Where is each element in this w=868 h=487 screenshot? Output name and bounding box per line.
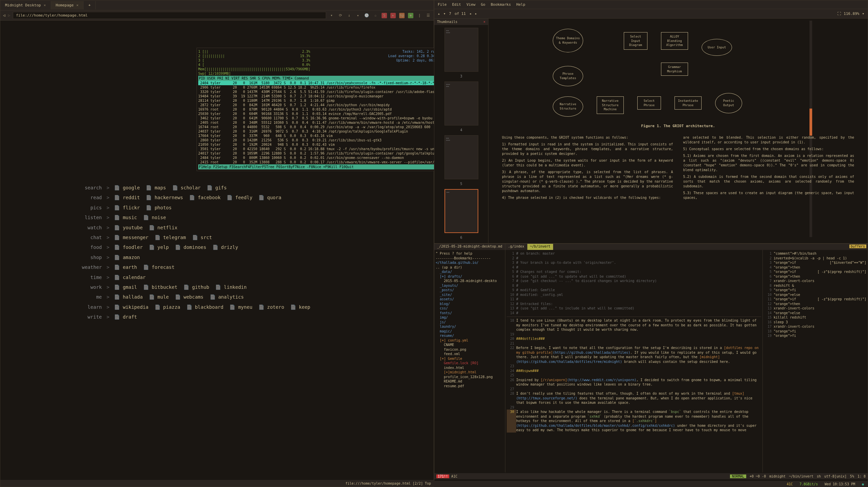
link-myneu[interactable]: myneu <box>229 302 252 312</box>
editor-line[interactable]: 23 <box>507 364 761 369</box>
link-noise[interactable]: noise <box>143 213 166 223</box>
vim-tab[interactable]: _/2015-05-28-midnight-desktop.md <box>434 244 505 250</box>
link-zotero[interactable]: zotero <box>258 302 284 312</box>
link-analytics[interactable]: analytics <box>210 292 244 302</box>
editor-line[interactable]: 29 <box>507 405 761 410</box>
link-srct[interactable]: srct <box>192 233 212 242</box>
back-icon[interactable]: ◁ <box>3 13 5 18</box>
tree-item[interactable]: laundry/ <box>436 324 504 329</box>
editor-line[interactable]: 18 "orange">fi <box>764 329 866 334</box>
editor-line[interactable]: 22Before I begin, I want to note that al… <box>507 346 761 364</box>
tree-item[interactable]: profile_icon_128x128.png <box>436 375 504 379</box>
ext-icon-red[interactable]: S <box>382 13 387 18</box>
link-google[interactable]: google <box>114 183 140 193</box>
link-hackernews[interactable]: hackernews <box>146 193 183 203</box>
zoom-dropdown-icon[interactable]: ▾ <box>862 11 864 16</box>
tab-homepage[interactable]: Homepage × <box>51 1 84 9</box>
link-calendar[interactable]: calendar <box>114 273 145 282</box>
editor-line[interactable]: 30I also like how hackable the whole man… <box>507 410 761 433</box>
tree-item[interactable]: resume/ <box>436 333 504 338</box>
tree-item[interactable]: CNAME <box>436 343 504 347</box>
vim-tab[interactable]: .g/index <box>505 244 527 250</box>
new-tab-button[interactable]: + <box>84 1 96 9</box>
link-mule[interactable]: mule <box>149 292 169 302</box>
editor-line[interactable]: 26Inspired by [/r/unixporn](http://www.r… <box>507 378 761 387</box>
history-icon[interactable]: 🕓 <box>364 13 369 18</box>
process-row[interactable]: 19484 tyler 39 19 1227M 214M 53300 S 0.7… <box>198 94 445 98</box>
link-reddit[interactable]: reddit <box>114 193 140 203</box>
editor-line[interactable]: 13 xrandr-invert-colors <box>764 306 866 311</box>
process-row[interactable]: 25030 tyler 20 0 604M 90168 33136 S 0.0 … <box>198 112 445 116</box>
tree-item[interactable]: [+] config.yml <box>436 338 504 343</box>
link-scholar[interactable]: scholar <box>172 183 201 193</box>
vim-buffer-right[interactable]: 1"comment">#!/bin/bash2inverted=$(xcalib… <box>763 250 868 472</box>
link-earth[interactable]: earth <box>114 262 137 272</box>
link-hallada[interactable]: hallada <box>114 292 142 302</box>
editor-line[interactable]: 28I don't really use the tiling features… <box>507 391 761 405</box>
editor-line[interactable]: 11 "orange">if [ -z "$(pgrep redshift)" … <box>764 297 866 302</box>
editor-line[interactable]: 1"comment">#!/bin/bash <box>764 251 866 256</box>
close-thumbnails-icon[interactable]: × <box>483 20 485 24</box>
link-gifs[interactable]: gifs <box>207 183 227 193</box>
link-photos[interactable]: photos <box>146 203 172 213</box>
page-number[interactable]: 7 <box>449 11 451 16</box>
link-maps[interactable]: maps <box>146 183 166 193</box>
zoom-level[interactable]: 116.89% <box>844 11 859 16</box>
download-icon[interactable]: ↓ <box>346 13 352 18</box>
link-foodler[interactable]: foodler <box>114 242 142 252</box>
tree-item[interactable]: Gemfile.lock [RO] <box>436 361 504 366</box>
pdf-page[interactable]: Theme Domains & Keywords Select Input Di… <box>488 19 868 243</box>
tree-item[interactable]: js/ <box>436 320 504 325</box>
link-music[interactable]: music <box>114 213 137 223</box>
link-telegram[interactable]: telegram <box>155 233 186 242</box>
nerdtree[interactable]: " Press ? for help ---------Bookmarks---… <box>434 250 505 472</box>
tree-item[interactable]: magic/ <box>436 329 504 334</box>
close-icon[interactable]: × <box>76 3 79 7</box>
tree-item[interactable]: [+] drafts/ <box>436 274 504 279</box>
url-input[interactable] <box>13 12 326 19</box>
process-row[interactable]: 28114 tyler 20 0 1180M 147M 29196 S 0.7 … <box>198 98 445 103</box>
tree-item[interactable]: _data/ <box>436 270 504 274</box>
tree-item[interactable]: css/ <box>436 306 504 311</box>
tree-item[interactable]: img/ <box>436 315 504 320</box>
menu-edit[interactable]: Edit <box>452 2 461 7</box>
link-gmail[interactable]: gmail <box>114 282 137 292</box>
tree-item[interactable]: .. (up a dir) <box>436 265 504 270</box>
link-youtube[interactable]: youtube <box>114 223 142 233</box>
link-draft[interactable]: draft <box>114 312 137 322</box>
editor-line[interactable]: 4"orange">then <box>764 265 866 270</box>
process-row[interactable]: 24017 tyler 20 0 1059M 2296 12880 S 0.0 … <box>198 151 445 156</box>
link-blackboard[interactable]: blackboard <box>186 302 224 312</box>
editor-line[interactable]: 9 "orange">fi <box>764 288 866 293</box>
editor-line[interactable]: 19 <box>507 332 761 337</box>
link-linkedin[interactable]: linkedin <box>215 282 247 292</box>
next-page-icon[interactable]: ▾ <box>443 11 446 16</box>
menu-file[interactable]: File <box>438 2 447 7</box>
thumbnail-selected[interactable]: ▪▪▪ <box>444 189 478 233</box>
menu-go[interactable]: Go <box>481 2 485 7</box>
editor-line[interactable]: 19"orange">fi <box>764 333 866 338</box>
ext-icon-orange[interactable]: hp <box>399 13 405 18</box>
tree-item[interactable]: _site/ <box>436 293 504 297</box>
process-row[interactable]: 3320 tyler 20 0 1437M 430M 27544 S 2.6 5… <box>198 90 445 94</box>
editor-line[interactable]: 25 <box>507 373 761 378</box>
close-icon[interactable]: × <box>44 3 46 7</box>
tree-item[interactable]: assets/ <box>436 297 504 302</box>
editor-line[interactable]: 16 sleep 3 <box>764 320 866 325</box>
process-row[interactable]: 2405 root 20 0 348M 55512 10360 S 0.0 0.… <box>198 120 445 125</box>
tree-item[interactable]: _layouts/ <box>436 283 504 288</box>
editor-line[interactable]: 2inverted=$(xcalib -a -p | head -c 1) <box>764 256 866 261</box>
history-back-icon[interactable]: ◂ <box>469 11 472 16</box>
thumbnail[interactable]: ▪▪▪▪▪▪▪ <box>444 28 478 72</box>
ext-icon-green[interactable]: ✱ <box>408 13 413 18</box>
forward-icon[interactable]: ▷ <box>8 13 10 18</box>
menu-icon[interactable]: ☰ <box>426 13 431 18</box>
dropdown-icon[interactable]: ▾ <box>329 13 334 18</box>
link-messenger[interactable]: messenger <box>114 233 148 242</box>
reload-icon[interactable]: ⟳ <box>338 13 343 18</box>
process-row[interactable]: 2860 tyler 20 0 1428M 21256 536 S 0.0 0.… <box>198 138 445 142</box>
link-amazon[interactable]: amazon <box>114 253 140 262</box>
ext-icon-pocket[interactable]: ▸ <box>390 13 396 18</box>
tree-item[interactable]: resume.pdf <box>436 384 504 389</box>
link-dominoes[interactable]: dominoes <box>175 242 206 252</box>
